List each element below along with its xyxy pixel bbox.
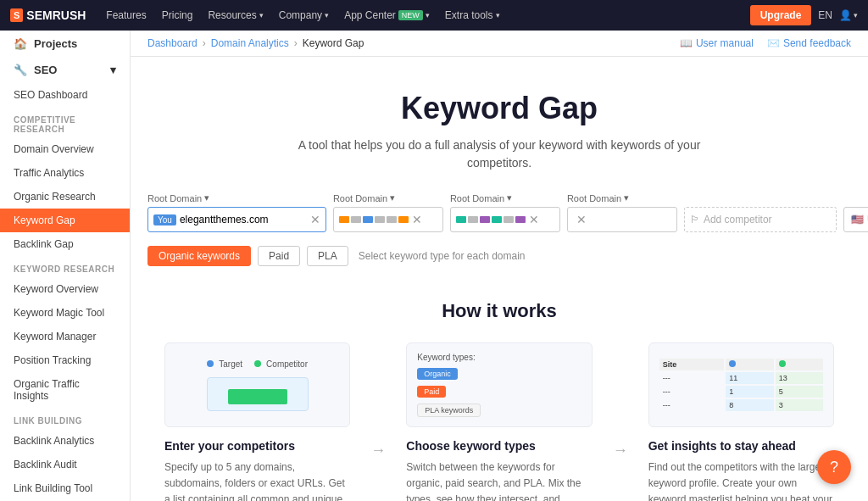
clear-domain-4-button[interactable]: ✕: [576, 213, 587, 226]
color-block-teal-2: [492, 216, 502, 223]
language-selector[interactable]: EN: [818, 9, 832, 21]
color-block-gray-1: [351, 216, 361, 223]
sidebar-item-traffic-analytics[interactable]: Traffic Analytics: [0, 161, 130, 185]
sidebar-item-organic-traffic-insights[interactable]: Organic Traffic Insights: [0, 372, 130, 408]
domain-label-4[interactable]: Root Domain ▾: [567, 192, 677, 203]
pla-button[interactable]: PLA: [307, 246, 348, 266]
how-card-3-description: Find out the competitors with the larges…: [648, 459, 834, 501]
domain-label-1[interactable]: Root Domain ▾: [147, 192, 326, 203]
domain-input-wrap-1: You ✕: [147, 207, 326, 232]
how-card-1-title: Enter your competitors: [164, 439, 350, 453]
seo-label: SEO: [34, 64, 57, 76]
breadcrumb-domain-analytics[interactable]: Domain Analytics: [211, 37, 289, 49]
mock-chart-types: Keyword types: Organic Paid PLA keywords: [407, 343, 591, 426]
nav-extra-tools[interactable]: Extra tools ▾: [438, 4, 507, 26]
domain-label-2[interactable]: Root Domain ▾: [333, 192, 443, 203]
clear-domain-2-button[interactable]: ✕: [412, 213, 422, 226]
sidebar-item-backlink-analytics[interactable]: Backlink Analytics: [0, 429, 130, 453]
how-card-img-3: Site --- 11 13: [648, 342, 834, 427]
insights-cell-site-1: ---: [659, 372, 725, 384]
arrow-1: →: [370, 342, 386, 501]
user-menu[interactable]: 👤 ▾: [839, 9, 858, 21]
domain-input-wrap-2: ✕: [333, 207, 443, 232]
send-feedback-link[interactable]: ✉️ Send feedback: [767, 37, 851, 49]
nav-features[interactable]: Features: [99, 4, 153, 26]
chat-bubble[interactable]: ?: [817, 450, 851, 484]
how-it-works-title: How it works: [164, 300, 834, 322]
add-competitor-wrap: 🏳: [684, 207, 837, 232]
nav-app-center[interactable]: App Center NEW ▾: [337, 4, 437, 26]
insights-table: Site --- 11 13: [658, 357, 825, 413]
how-card-2: Keyword types: Organic Paid PLA keywords…: [406, 342, 592, 501]
organic-keywords-button[interactable]: Organic keywords: [147, 246, 251, 266]
sidebar-projects[interactable]: 🏠 Projects: [0, 31, 130, 57]
sidebar-item-organic-research[interactable]: Organic Research: [0, 185, 130, 209]
chip-organic: Organic: [417, 368, 458, 380]
insights-cell-val-2a: 1: [726, 386, 773, 398]
insights-row-1: --- 11 13: [659, 372, 823, 384]
color-block-teal: [456, 216, 466, 223]
domain-3-color-blocks: [456, 216, 526, 223]
domain-input-1[interactable]: [180, 214, 307, 225]
nav-company[interactable]: Company ▾: [272, 4, 336, 26]
sidebar-item-keyword-manager[interactable]: Keyword Manager: [0, 325, 130, 348]
color-block-orange-2: [398, 216, 409, 223]
insights-col-2: [776, 359, 823, 370]
chart-legend-row: Target Competitor: [207, 359, 308, 369]
how-it-works-section: How it works Target Competitor: [131, 283, 868, 501]
section-link-building: LINK BUILDING: [0, 408, 130, 429]
chart-bar-green: [228, 389, 287, 404]
color-block-gray-5: [504, 216, 514, 223]
upgrade-button[interactable]: Upgrade: [750, 5, 812, 25]
user-manual-link[interactable]: 📖 User manual: [680, 37, 754, 49]
sidebar-item-position-tracking[interactable]: Position Tracking: [0, 348, 130, 372]
sidebar-item-domain-overview[interactable]: Domain Overview: [0, 137, 130, 161]
keyword-overview-label: Keyword Overview: [14, 283, 98, 295]
domain-label-text-3: Root Domain: [450, 193, 504, 203]
domain-label-text-1: Root Domain: [147, 193, 202, 203]
domain-label-text-4: Root Domain: [567, 193, 621, 203]
color-block-gray-4: [468, 216, 478, 223]
how-card-1: Target Competitor Enter your competitors: [164, 342, 350, 501]
keyword-manager-label: Keyword Manager: [14, 331, 96, 342]
logo[interactable]: S SEMRUSH: [10, 8, 86, 22]
clear-domain-3-button[interactable]: ✕: [529, 213, 539, 226]
insights-cell-val-1b: 13: [776, 372, 823, 384]
section-keyword-research: KEYWORD RESEARCH: [0, 256, 130, 277]
keyword-magic-tool-label: Keyword Magic Tool: [14, 307, 104, 319]
keyword-type-hint: Select keyword type for each domain: [359, 250, 526, 262]
how-cards: Target Competitor Enter your competitors: [164, 342, 834, 501]
projects-icon: 🏠: [14, 37, 27, 50]
top-navigation: S SEMRUSH Features Pricing Resources ▾ C…: [0, 0, 868, 31]
nav-pricing[interactable]: Pricing: [155, 4, 200, 26]
domain-label-3[interactable]: Root Domain ▾: [450, 192, 560, 203]
sidebar-item-keyword-gap[interactable]: Keyword Gap: [0, 209, 130, 232]
how-card-img-2: Keyword types: Organic Paid PLA keywords: [406, 342, 592, 427]
domain-dropdown-icon-4: ▾: [624, 192, 629, 203]
breadcrumb: Dashboard › Domain Analytics › Keyword G…: [147, 37, 364, 49]
clear-domain-1-button[interactable]: ✕: [310, 213, 320, 226]
organic-traffic-insights-label: Organic Traffic Insights: [14, 378, 116, 402]
sidebar-item-link-building-tool[interactable]: Link Building Tool: [0, 476, 130, 500]
sidebar-item-backlink-audit[interactable]: Backlink Audit: [0, 453, 130, 476]
keyword-type-row: Organic keywords Paid PLA Select keyword…: [131, 246, 868, 283]
insights-col-site: Site: [659, 359, 725, 370]
breadcrumb-dashboard[interactable]: Dashboard: [147, 37, 198, 49]
sidebar-seo-group[interactable]: 🔧 SEO ▾: [0, 57, 130, 83]
nav-resources[interactable]: Resources ▾: [201, 4, 270, 26]
how-card-3: Site --- 11 13: [648, 342, 834, 501]
paid-button[interactable]: Paid: [258, 246, 300, 266]
projects-label: Projects: [34, 37, 77, 50]
sidebar-item-keyword-magic-tool[interactable]: Keyword Magic Tool: [0, 301, 130, 325]
add-competitor-input[interactable]: [704, 214, 831, 225]
sidebar-item-keyword-overview[interactable]: Keyword Overview: [0, 277, 130, 301]
organic-research-label: Organic Research: [14, 191, 96, 203]
country-selector[interactable]: 🇺🇸 US ▾: [843, 207, 868, 232]
domain-col-3: Root Domain ▾ ✕: [450, 192, 560, 232]
insights-cell-site-2: ---: [659, 386, 725, 398]
domain-dropdown-icon-1: ▾: [204, 192, 209, 203]
color-block-blue: [363, 216, 373, 223]
sidebar-item-seo-dashboard[interactable]: SEO Dashboard: [0, 83, 130, 107]
sidebar-item-backlink-gap[interactable]: Backlink Gap: [0, 232, 130, 256]
page-content: Keyword Gap A tool that helps you do a f…: [131, 57, 868, 501]
